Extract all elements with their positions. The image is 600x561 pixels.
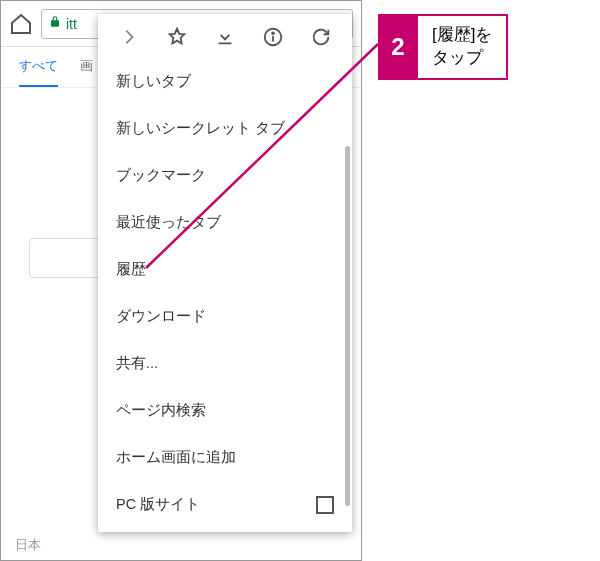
overflow-menu: 新しいタブ 新しいシークレット タブ ブックマーク 最近使ったタブ 履歴 ダウン…: [98, 14, 352, 532]
lock-icon: [48, 15, 62, 32]
download-icon[interactable]: [212, 24, 238, 50]
menu-item-desktop-site[interactable]: PC 版サイト: [98, 481, 352, 528]
menu-scrollbar[interactable]: [345, 146, 350, 506]
callout-step-number: 2: [378, 14, 418, 80]
menu-item-bookmarks[interactable]: ブックマーク: [98, 152, 352, 199]
menu-item-downloads[interactable]: ダウンロード: [98, 293, 352, 340]
callout-text: [履歴]を タップ: [418, 14, 508, 80]
tab-all[interactable]: すべて: [19, 57, 58, 87]
menu-icon-row: [98, 14, 352, 58]
menu-item-desktop-site-label: PC 版サイト: [116, 496, 200, 512]
svg-point-2: [272, 32, 274, 34]
callout-line1: [履歴]を: [432, 25, 492, 44]
checkbox-icon[interactable]: [316, 496, 334, 514]
instruction-callout: 2 [履歴]を タップ: [378, 14, 508, 80]
menu-item-recent-tabs[interactable]: 最近使ったタブ: [98, 199, 352, 246]
menu-item-new-incognito-tab[interactable]: 新しいシークレット タブ: [98, 105, 352, 152]
home-icon[interactable]: [9, 12, 33, 36]
reload-icon[interactable]: [308, 24, 334, 50]
footer-region: 日本: [15, 536, 41, 554]
menu-item-add-to-home[interactable]: ホーム画面に追加: [98, 434, 352, 481]
forward-icon[interactable]: [116, 24, 142, 50]
menu-item-find-in-page[interactable]: ページ内検索: [98, 387, 352, 434]
bookmark-star-icon[interactable]: [164, 24, 190, 50]
info-icon[interactable]: [260, 24, 286, 50]
menu-item-history[interactable]: 履歴: [98, 246, 352, 293]
url-text: itt: [66, 16, 77, 32]
search-box-fragment[interactable]: [29, 238, 109, 278]
callout-line2: タップ: [432, 48, 483, 67]
tab-images[interactable]: 画: [80, 57, 93, 87]
menu-item-share[interactable]: 共有...: [98, 340, 352, 387]
menu-item-new-tab[interactable]: 新しいタブ: [98, 58, 352, 105]
